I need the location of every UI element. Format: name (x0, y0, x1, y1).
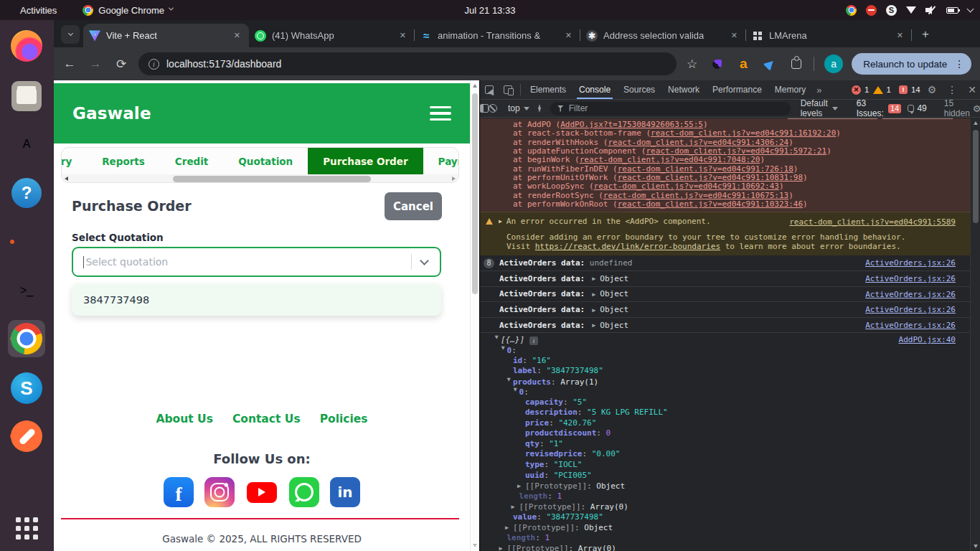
settings-gear-icon[interactable]: ⚙ (924, 84, 941, 95)
hidden-messages[interactable]: 15 hidden (944, 98, 970, 118)
error-badge-icon[interactable]: ✕ (852, 85, 861, 95)
page-scrollbar[interactable] (470, 80, 479, 551)
scrollbar-thumb[interactable] (973, 130, 979, 223)
dock-item-files[interactable] (8, 77, 45, 115)
dock-item-firefox[interactable] (8, 27, 45, 65)
log-levels-selector[interactable]: Default levels (801, 98, 838, 118)
bookmark-star-icon[interactable]: ☆ (687, 57, 697, 72)
scrollbar-thumb[interactable] (173, 176, 372, 182)
console-scrollbar[interactable] (970, 118, 980, 551)
stack-source-link[interactable]: react-dom_client.js?v=ed04c991:5972:21 (646, 146, 826, 156)
tree-row[interactable]: length: 1 (480, 491, 971, 502)
tree-row[interactable]: ▶0: (480, 345, 971, 356)
tab-close-icon[interactable]: ✕ (894, 29, 906, 42)
stack-source-link[interactable]: react-dom_client.js?v=ed04c991:7048:20 (580, 155, 760, 164)
stack-source-link[interactable]: react-dom_client.js?v=ed04c991:4306:24 (608, 138, 788, 147)
cancel-button[interactable]: Cancel (385, 192, 442, 220)
expand-arrow-icon[interactable]: ▶ (512, 501, 519, 512)
whatsapp-icon[interactable] (289, 477, 319, 507)
nav-tab-reports[interactable]: Reports (87, 148, 160, 174)
address-bar[interactable]: i localhost:5173/dashboard (138, 52, 677, 75)
object-token[interactable]: Object (600, 321, 628, 330)
warning-badge-icon[interactable] (873, 86, 883, 94)
scroll-down-arrow[interactable] (974, 545, 978, 548)
tree-row[interactable]: value: "3847737498" (480, 512, 971, 523)
tree-row[interactable]: ▶[{…}]iAddPO.jsx:40 (480, 334, 971, 345)
stack-source-link[interactable]: react-dom_client.js?v=ed04c991:10675:13 (603, 191, 788, 200)
nav-tab-credit[interactable]: Credit (160, 148, 223, 174)
console-sidebar-icon[interactable] (480, 104, 489, 113)
scroll-left-arrow[interactable] (65, 176, 68, 181)
expand-arrow-icon[interactable]: ▶ (592, 306, 595, 314)
scroll-up-arrow[interactable] (473, 84, 477, 88)
browser-tab-2[interactable]: (41) WhatsApp✕ (249, 24, 415, 47)
youtube-icon[interactable] (245, 477, 278, 507)
tree-row[interactable]: ▶products: Array(1) (480, 377, 971, 387)
source-link[interactable]: AddPO.jsx:40 (899, 335, 956, 346)
devtools-tab-sources[interactable]: Sources (617, 80, 661, 99)
expand-arrow-icon[interactable]: ▶ (592, 321, 595, 329)
object-token[interactable]: Object (600, 274, 628, 283)
dropdown-option[interactable]: 3847737498 (83, 294, 149, 306)
kebab-menu-icon[interactable]: ⋮ (943, 84, 961, 95)
browser-tab-1[interactable]: Vite + React✕ (83, 24, 249, 47)
app-menu[interactable]: Google Chrome (83, 5, 173, 16)
scroll-right-arrow[interactable] (452, 176, 456, 181)
scroll-up-arrow[interactable] (974, 121, 978, 125)
expand-arrow-icon[interactable]: ▶ (499, 218, 502, 225)
tree-row[interactable]: length: 1 (480, 533, 971, 544)
instagram-icon[interactable] (204, 477, 235, 507)
close-devtools-icon[interactable]: ✕ (964, 84, 980, 95)
linkedin-icon[interactable]: in (330, 477, 360, 507)
object-token[interactable]: Object (600, 305, 628, 314)
devtools-tab-performance[interactable]: Performance (706, 80, 768, 99)
tab-close-icon[interactable]: ✕ (728, 29, 740, 42)
source-link[interactable]: react-dom_client.js?v=ed04c991:5589 (789, 217, 956, 227)
device-toolbar-icon[interactable] (499, 85, 517, 94)
nav-tab-tory[interactable]: tory (61, 148, 87, 174)
relaunch-to-update-button[interactable]: Relaunch to update ⋮ (852, 53, 971, 75)
expand-arrow-icon[interactable]: ▶ (491, 336, 502, 344)
dock-item-chrome[interactable] (8, 320, 45, 357)
dock-item-terminal[interactable]: >_ (8, 272, 45, 309)
expand-arrow-icon[interactable]: ▶ (498, 347, 509, 354)
stack-source-link[interactable]: react-dom_client.js?v=ed04c991:10323:46 (618, 199, 803, 209)
rocket-extension-icon[interactable] (763, 57, 777, 71)
expand-arrow-icon[interactable]: ▶ (499, 543, 507, 551)
clear-console-icon[interactable] (489, 104, 497, 113)
source-link[interactable]: ActiveOrders.jsx:26 (865, 321, 956, 330)
devtools-tab-network[interactable]: Network (661, 80, 706, 99)
dock-item-app-grid[interactable] (8, 509, 45, 547)
scroll-down-arrow[interactable] (473, 544, 477, 547)
alibaba-extension-icon[interactable]: a (736, 57, 750, 71)
forward-button[interactable]: → (85, 54, 105, 74)
footer-link-about-us[interactable]: About Us (156, 413, 212, 425)
quotation-select[interactable]: Select quotation (72, 247, 441, 277)
nav-tab-purchase-order[interactable]: Purchase Order (308, 148, 423, 174)
object-token[interactable]: Object (600, 289, 628, 298)
nav-tab-quotation[interactable]: Quotation (223, 148, 308, 174)
issues-counter[interactable]: 63 Issues: 14 49 (857, 98, 927, 118)
tree-row[interactable]: uuid: "PCI005" (480, 471, 971, 481)
site-info-icon[interactable]: i (149, 59, 159, 70)
dock-item-help[interactable]: ? (8, 174, 45, 212)
profile-avatar[interactable]: a (824, 55, 843, 73)
extensions-puzzle-icon[interactable] (789, 57, 804, 71)
dock-item-skype[interactable]: S (8, 369, 45, 407)
tab-close-icon[interactable]: ✕ (397, 29, 409, 42)
browser-tab-5[interactable]: LMArena✕ (746, 24, 912, 47)
stack-source-link[interactable]: react-dom_client.js?v=ed04c991:10831:98 (618, 173, 803, 182)
dock-item-software[interactable]: A (8, 126, 45, 163)
tree-row[interactable]: id: "16" (480, 356, 971, 367)
back-button[interactable]: ← (60, 54, 80, 74)
reload-button[interactable]: ⟳ (111, 54, 131, 74)
dock-item-vscode[interactable] (8, 223, 45, 260)
footer-link-contact-us[interactable]: Contact Us (232, 413, 301, 425)
kebab-menu-icon[interactable]: ⋮ (954, 58, 964, 70)
expand-arrow-icon[interactable]: ▶ (505, 522, 513, 533)
new-tab-button[interactable]: + (916, 25, 935, 44)
tree-row[interactable]: productdiscount: 0 (480, 428, 971, 439)
tree-internal-row[interactable]: ▶[[Prototype]]: Object (480, 522, 971, 533)
tree-internal-row[interactable]: ▶[[Prototype]]: Array(0) (480, 543, 971, 551)
tree-row[interactable]: price: "420.76" (480, 418, 971, 429)
